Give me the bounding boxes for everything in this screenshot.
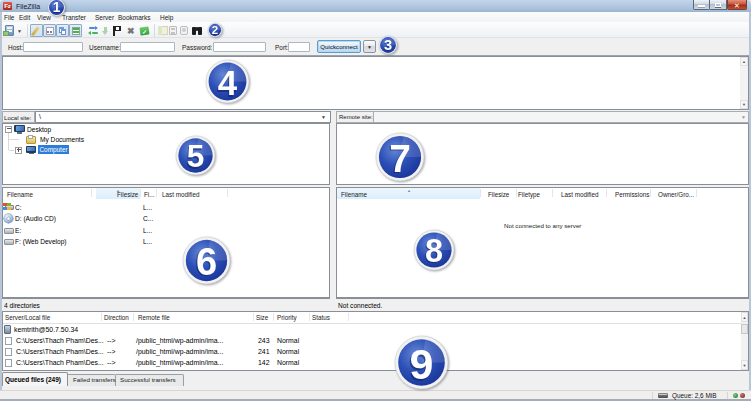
svg-text:1: 1 [53, 0, 61, 15]
svg-text:6: 6 [196, 240, 217, 282]
svg-text:7: 7 [389, 137, 411, 180]
svg-text:2: 2 [211, 25, 217, 37]
svg-text:5: 5 [186, 138, 204, 174]
svg-text:3: 3 [384, 37, 392, 53]
svg-text:4: 4 [217, 63, 237, 102]
svg-text:8: 8 [425, 233, 443, 269]
svg-text:9: 9 [409, 339, 433, 387]
